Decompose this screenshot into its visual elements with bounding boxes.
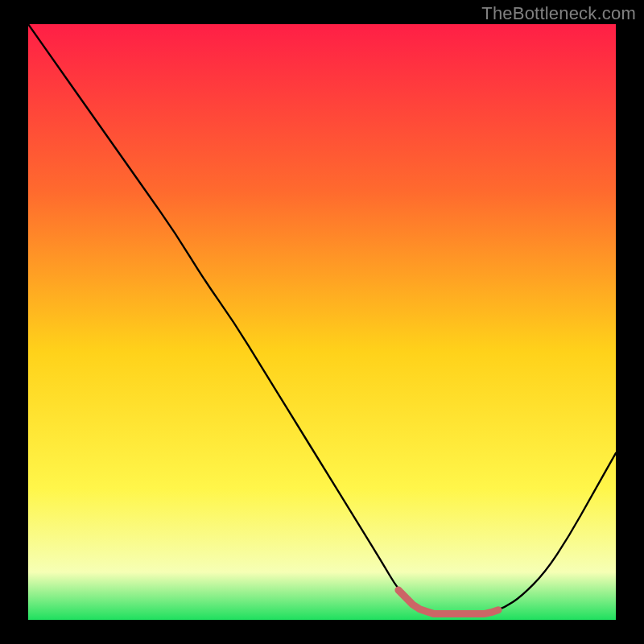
watermark-text: TheBottleneck.com xyxy=(481,3,636,24)
bottleneck-plot-svg xyxy=(28,24,616,620)
chart-frame: TheBottleneck.com xyxy=(0,0,644,644)
plot-area xyxy=(28,24,616,620)
gradient-background xyxy=(28,24,616,620)
